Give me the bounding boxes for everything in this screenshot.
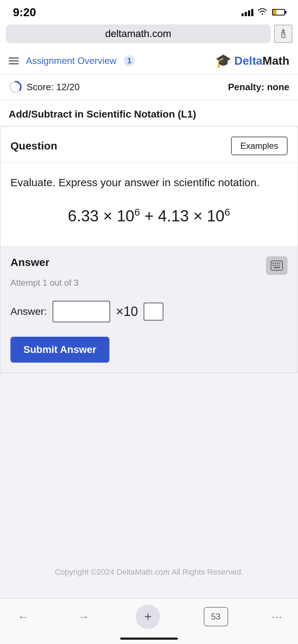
new-tab-button[interactable]: + — [136, 604, 160, 629]
svg-rect-8 — [272, 265, 274, 266]
submit-answer-button[interactable]: Submit Answer — [10, 337, 109, 363]
attempt-text: Attempt 1 out of 3 — [10, 278, 288, 288]
share-button[interactable] — [274, 25, 292, 43]
status-bar: 9:20 — [0, 0, 298, 22]
coefficient-input[interactable] — [53, 301, 110, 322]
forward-button[interactable]: → — [75, 607, 92, 626]
examples-button[interactable]: Examples — [231, 137, 288, 155]
svg-rect-4 — [272, 263, 274, 264]
signal-icon — [241, 8, 253, 16]
status-time: 9:20 — [13, 6, 36, 19]
home-bar — [120, 638, 178, 640]
svg-rect-12 — [274, 267, 280, 268]
answer-section: Answer Attempt 1 out of 3 Answer: — [0, 246, 298, 373]
url-bar[interactable]: deltamath.com — [6, 24, 271, 43]
question-body: Evaluate. Express your answer in scienti… — [0, 163, 298, 246]
tabs-button[interactable]: 53 — [204, 607, 228, 626]
assignment-overview-link[interactable]: Assignment Overview — [26, 55, 116, 66]
menu-button[interactable] — [9, 58, 19, 64]
question-card: Question Examples Evaluate. Express your… — [0, 126, 298, 373]
battery-icon — [272, 9, 285, 15]
logo-text: DeltaMath — [234, 54, 289, 68]
score-left: Score: 12/20 — [9, 80, 80, 94]
exponent-input[interactable] — [144, 303, 163, 321]
score-progress-icon — [9, 80, 22, 94]
copyright-footer: Copyright ©2024 DeltaMath.com All Rights… — [0, 373, 298, 598]
wifi-icon — [258, 8, 267, 17]
section-title-text: Add/Subtract in Scientific Notation (L1) — [9, 109, 196, 120]
svg-rect-9 — [275, 265, 276, 266]
svg-rect-5 — [275, 263, 276, 264]
answer-prefix-label: Answer: — [10, 306, 47, 317]
svg-rect-6 — [277, 263, 278, 264]
back-button[interactable]: ← — [14, 607, 32, 626]
keyboard-button[interactable] — [266, 256, 288, 275]
logo-cap-icon: 🎓 — [215, 53, 231, 68]
assignment-badge: 1 — [123, 55, 135, 66]
more-options-button[interactable]: ⋯ — [271, 611, 284, 623]
answer-input-row: Answer: ×10 — [10, 301, 288, 322]
answer-label: Answer — [10, 256, 49, 268]
score-text: Score: 12/20 — [27, 82, 80, 93]
url-bar-container: deltamath.com — [0, 22, 298, 47]
browser-nav: ← → + 53 ⋯ — [0, 598, 298, 635]
question-label: Question — [10, 140, 57, 152]
svg-rect-11 — [279, 265, 280, 266]
deltamath-logo: 🎓 DeltaMath — [215, 53, 289, 68]
answer-header: Answer — [10, 256, 288, 275]
svg-rect-10 — [277, 265, 278, 266]
svg-rect-7 — [279, 263, 280, 264]
url-text: deltamath.com — [105, 28, 171, 40]
status-icons — [241, 8, 285, 17]
question-header: Question Examples — [0, 126, 298, 163]
keyboard-icon — [271, 261, 283, 271]
math-expression: 6.33 × 106 + 4.13 × 106 — [10, 205, 288, 227]
home-indicator — [0, 635, 298, 644]
penalty-text: Penalty: none — [228, 82, 290, 93]
times-ten-label: ×10 — [116, 304, 138, 319]
section-title: Add/Subtract in Scientific Notation (L1) — [0, 100, 298, 126]
question-instruction: Evaluate. Express your answer in scienti… — [10, 174, 288, 190]
nav-header: Assignment Overview 1 🎓 DeltaMath — [0, 47, 298, 74]
score-bar: Score: 12/20 Penalty: none — [0, 74, 298, 100]
